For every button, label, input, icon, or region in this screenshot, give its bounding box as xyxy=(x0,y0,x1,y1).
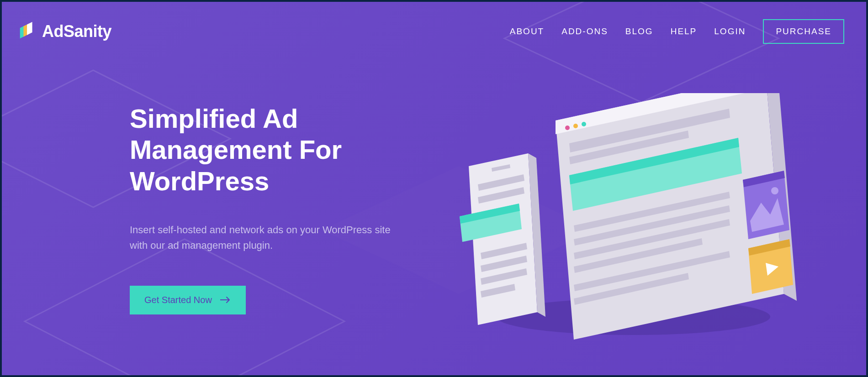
nav-about[interactable]: ABOUT xyxy=(510,26,544,37)
get-started-button[interactable]: Get Started Now xyxy=(130,286,246,314)
hero-copy: Simplified Ad Management For WordPress I… xyxy=(130,103,431,314)
main-nav: ABOUT ADD-ONS BLOG HELP LOGIN PURCHASE xyxy=(510,19,844,44)
logo-text: AdSanity xyxy=(42,22,111,41)
nav-addons[interactable]: ADD-ONS xyxy=(561,26,608,37)
cta-label: Get Started Now xyxy=(144,295,212,305)
nav-login[interactable]: LOGIN xyxy=(714,26,746,37)
nav-blog[interactable]: BLOG xyxy=(625,26,653,37)
purchase-button[interactable]: PURCHASE xyxy=(763,19,844,44)
logo-icon xyxy=(17,21,38,42)
arrow-right-icon xyxy=(220,296,231,304)
nav-help[interactable]: HELP xyxy=(671,26,697,37)
logo[interactable]: AdSanity xyxy=(17,21,111,42)
site-header: AdSanity ABOUT ADD-ONS BLOG HELP LOGIN P… xyxy=(2,2,866,44)
hero-section: Simplified Ad Management For WordPress I… xyxy=(2,44,866,314)
hero-subtitle: Insert self-hosted and network ads on yo… xyxy=(130,222,404,253)
hero-title: Simplified Ad Management For WordPress xyxy=(130,103,431,197)
